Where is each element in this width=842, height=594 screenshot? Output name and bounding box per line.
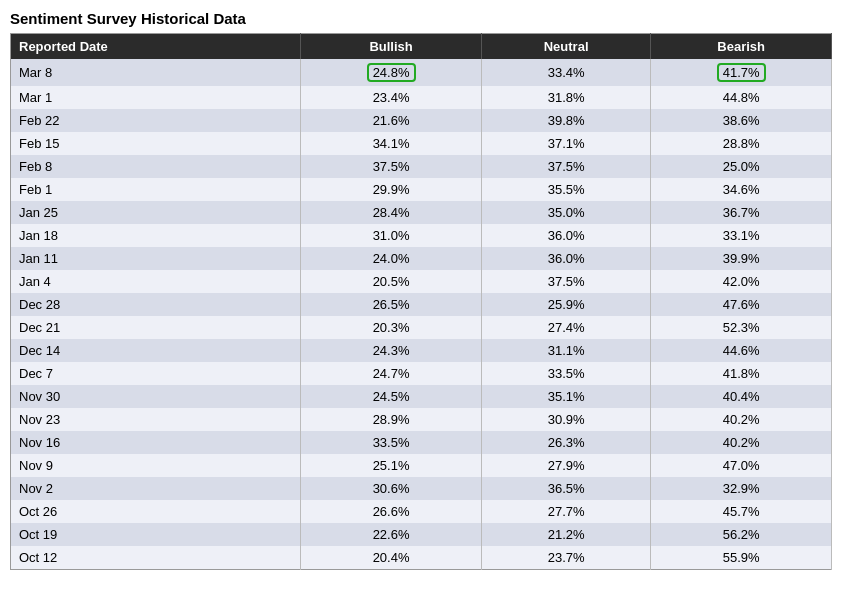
cell-bullish: 24.0% xyxy=(301,247,482,270)
cell-bearish: 52.3% xyxy=(651,316,832,339)
cell-bullish: 26.6% xyxy=(301,500,482,523)
cell-date: Dec 7 xyxy=(11,362,301,385)
cell-date: Feb 1 xyxy=(11,178,301,201)
cell-neutral: 27.9% xyxy=(481,454,650,477)
table-row: Jan 1831.0%36.0%33.1% xyxy=(11,224,832,247)
cell-bullish: 34.1% xyxy=(301,132,482,155)
cell-bearish: 36.7% xyxy=(651,201,832,224)
cell-neutral: 33.4% xyxy=(481,59,650,86)
cell-bearish: 44.8% xyxy=(651,86,832,109)
table-header-row: Reported Date Bullish Neutral Bearish xyxy=(11,34,832,60)
cell-bullish: 25.1% xyxy=(301,454,482,477)
cell-neutral: 25.9% xyxy=(481,293,650,316)
table-row: Jan 1124.0%36.0%39.9% xyxy=(11,247,832,270)
cell-bearish: 55.9% xyxy=(651,546,832,570)
cell-bearish: 32.9% xyxy=(651,477,832,500)
cell-date: Dec 14 xyxy=(11,339,301,362)
page-title: Sentiment Survey Historical Data xyxy=(10,10,832,27)
cell-neutral: 35.1% xyxy=(481,385,650,408)
table-row: Dec 1424.3%31.1%44.6% xyxy=(11,339,832,362)
table-row: Oct 2626.6%27.7%45.7% xyxy=(11,500,832,523)
cell-bullish: 26.5% xyxy=(301,293,482,316)
cell-bearish: 41.8% xyxy=(651,362,832,385)
cell-date: Jan 4 xyxy=(11,270,301,293)
table-row: Feb 1534.1%37.1%28.8% xyxy=(11,132,832,155)
cell-date: Jan 25 xyxy=(11,201,301,224)
col-header-neutral: Neutral xyxy=(481,34,650,60)
cell-neutral: 26.3% xyxy=(481,431,650,454)
cell-neutral: 21.2% xyxy=(481,523,650,546)
cell-neutral: 31.8% xyxy=(481,86,650,109)
table-row: Feb 837.5%37.5%25.0% xyxy=(11,155,832,178)
cell-date: Jan 11 xyxy=(11,247,301,270)
cell-bullish: 21.6% xyxy=(301,109,482,132)
cell-neutral: 23.7% xyxy=(481,546,650,570)
cell-bullish: 30.6% xyxy=(301,477,482,500)
table-row: Nov 2328.9%30.9%40.2% xyxy=(11,408,832,431)
table-row: Feb 2221.6%39.8%38.6% xyxy=(11,109,832,132)
cell-date: Oct 12 xyxy=(11,546,301,570)
cell-bearish: 47.0% xyxy=(651,454,832,477)
cell-bullish: 20.4% xyxy=(301,546,482,570)
cell-neutral: 37.1% xyxy=(481,132,650,155)
cell-neutral: 35.5% xyxy=(481,178,650,201)
table-row: Jan 420.5%37.5%42.0% xyxy=(11,270,832,293)
table-row: Nov 925.1%27.9%47.0% xyxy=(11,454,832,477)
cell-bearish: 28.8% xyxy=(651,132,832,155)
cell-bullish: 37.5% xyxy=(301,155,482,178)
cell-date: Dec 21 xyxy=(11,316,301,339)
table-row: Oct 1922.6%21.2%56.2% xyxy=(11,523,832,546)
cell-neutral: 37.5% xyxy=(481,155,650,178)
cell-neutral: 31.1% xyxy=(481,339,650,362)
cell-date: Nov 23 xyxy=(11,408,301,431)
cell-bearish: 33.1% xyxy=(651,224,832,247)
col-header-bearish: Bearish xyxy=(651,34,832,60)
cell-date: Oct 26 xyxy=(11,500,301,523)
cell-date: Mar 8 xyxy=(11,59,301,86)
cell-bullish: 33.5% xyxy=(301,431,482,454)
sentiment-table: Reported Date Bullish Neutral Bearish Ma… xyxy=(10,33,832,570)
cell-neutral: 36.0% xyxy=(481,247,650,270)
cell-bearish: 39.9% xyxy=(651,247,832,270)
cell-bullish: 28.4% xyxy=(301,201,482,224)
cell-bearish: 34.6% xyxy=(651,178,832,201)
cell-bullish: 29.9% xyxy=(301,178,482,201)
cell-neutral: 35.0% xyxy=(481,201,650,224)
table-row: Dec 2120.3%27.4%52.3% xyxy=(11,316,832,339)
cell-bullish: 24.7% xyxy=(301,362,482,385)
cell-date: Dec 28 xyxy=(11,293,301,316)
cell-bullish: 24.5% xyxy=(301,385,482,408)
col-header-date: Reported Date xyxy=(11,34,301,60)
cell-bearish: 40.2% xyxy=(651,408,832,431)
cell-bearish: 45.7% xyxy=(651,500,832,523)
table-row: Oct 1220.4%23.7%55.9% xyxy=(11,546,832,570)
cell-neutral: 36.5% xyxy=(481,477,650,500)
table-row: Mar 824.8%33.4%41.7% xyxy=(11,59,832,86)
cell-bullish: 31.0% xyxy=(301,224,482,247)
cell-date: Mar 1 xyxy=(11,86,301,109)
cell-neutral: 39.8% xyxy=(481,109,650,132)
cell-bearish: 56.2% xyxy=(651,523,832,546)
table-row: Nov 3024.5%35.1%40.4% xyxy=(11,385,832,408)
cell-bullish: 23.4% xyxy=(301,86,482,109)
cell-date: Nov 9 xyxy=(11,454,301,477)
table-row: Nov 1633.5%26.3%40.2% xyxy=(11,431,832,454)
table-row: Dec 724.7%33.5%41.8% xyxy=(11,362,832,385)
cell-bearish: 44.6% xyxy=(651,339,832,362)
cell-bullish: 22.6% xyxy=(301,523,482,546)
cell-bullish: 20.3% xyxy=(301,316,482,339)
cell-bearish: 47.6% xyxy=(651,293,832,316)
cell-bullish: 24.8% xyxy=(301,59,482,86)
cell-bearish: 40.4% xyxy=(651,385,832,408)
cell-bearish: 42.0% xyxy=(651,270,832,293)
cell-date: Jan 18 xyxy=(11,224,301,247)
table-row: Jan 2528.4%35.0%36.7% xyxy=(11,201,832,224)
cell-neutral: 37.5% xyxy=(481,270,650,293)
cell-neutral: 30.9% xyxy=(481,408,650,431)
cell-neutral: 27.4% xyxy=(481,316,650,339)
cell-date: Feb 22 xyxy=(11,109,301,132)
cell-bullish: 28.9% xyxy=(301,408,482,431)
table-row: Dec 2826.5%25.9%47.6% xyxy=(11,293,832,316)
cell-bearish: 25.0% xyxy=(651,155,832,178)
table-row: Feb 129.9%35.5%34.6% xyxy=(11,178,832,201)
